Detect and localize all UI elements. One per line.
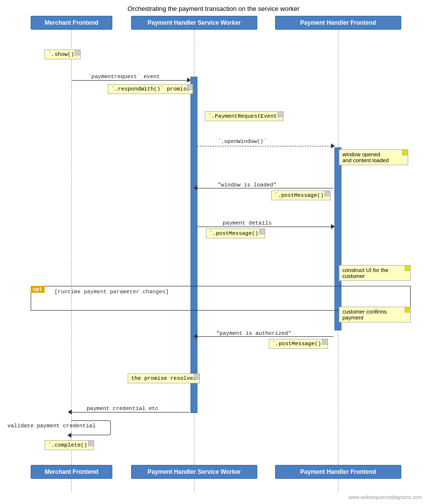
self-loop-validate	[71, 420, 111, 435]
label-paymentdetails: payment details	[223, 220, 272, 226]
note-constructui: construct UI for the customer	[339, 265, 411, 281]
lifeline-box-phf-top: Payment Handler Frontend	[275, 16, 401, 30]
note-postmessage3: `.postMessage()`	[269, 339, 328, 349]
arrowhead-paymentcredential	[68, 410, 72, 414]
lifeline-box-sw-top: Payment Handler Service Worker	[131, 16, 257, 30]
lifeline-box-sw-bottom: Payment Handler Service Worker	[131, 465, 257, 479]
note-postmessage2: `.postMessage()`	[206, 229, 265, 238]
label-windowloaded: "window is loaded"	[218, 182, 277, 188]
arrowhead-paymentdetails	[331, 224, 335, 229]
label-paymentcredential: payment credential etc	[87, 406, 158, 412]
arrowhead-selfloop	[67, 433, 71, 438]
note-promiseresolves: the promise resolves	[128, 373, 200, 383]
opt-label: opt	[31, 286, 45, 293]
line-paymentauthorized	[197, 336, 333, 337]
line-openwindow	[197, 146, 333, 146]
line-paymentdetails	[197, 227, 333, 227]
note-paymentrequstevent: `.PaymentRequestEvent`	[205, 111, 284, 121]
note-window-opened-text: window openedand content loaded	[342, 151, 389, 163]
label-openwindow: `.openWindow()`	[218, 138, 267, 144]
line-paymentcredential	[72, 412, 190, 412]
note-window-opened: window openedand content loaded	[339, 149, 408, 165]
arrowhead-openwindow	[331, 143, 335, 148]
label-paymentrequest: `paymentrequest` event	[88, 74, 160, 80]
label-paymentauthorized: "payment is authorized"	[216, 330, 291, 336]
line-windowloaded	[197, 188, 333, 188]
note-complete: `.complete()`	[45, 440, 94, 450]
note-postmessage1: `.postMessage()`	[271, 190, 331, 200]
lifeline-box-merchant-bottom: Merchant Frontend	[31, 465, 112, 479]
note-respondwith: `.respondWith()` promise	[108, 84, 193, 94]
note-customerconfirms: customer confirms payment	[339, 307, 411, 322]
diagram-container: Orchestrating the payment transaction on…	[0, 0, 427, 504]
line-paymentrequest	[72, 80, 190, 81]
arrowhead-paymentauthorized	[193, 334, 197, 339]
note-constructui-text: construct UI for the customer	[342, 267, 388, 279]
lifeline-box-merchant-top: Merchant Frontend	[31, 16, 112, 30]
lifeline-box-phf-bottom: Payment Handler Frontend	[275, 465, 401, 479]
watermark: www.websequencediagrams.com	[349, 495, 422, 500]
opt-condition: [runtime payment parameter changes]	[54, 289, 169, 295]
note-show: `.show()`	[45, 49, 81, 59]
active-bar-sw	[190, 77, 197, 413]
arrowhead-windowloaded	[193, 185, 197, 190]
note-customerconfirms-text: customer confirms payment	[342, 309, 387, 321]
arrowhead-paymentrequest	[187, 78, 191, 83]
diagram-title: Orchestrating the payment transaction on…	[0, 0, 427, 16]
